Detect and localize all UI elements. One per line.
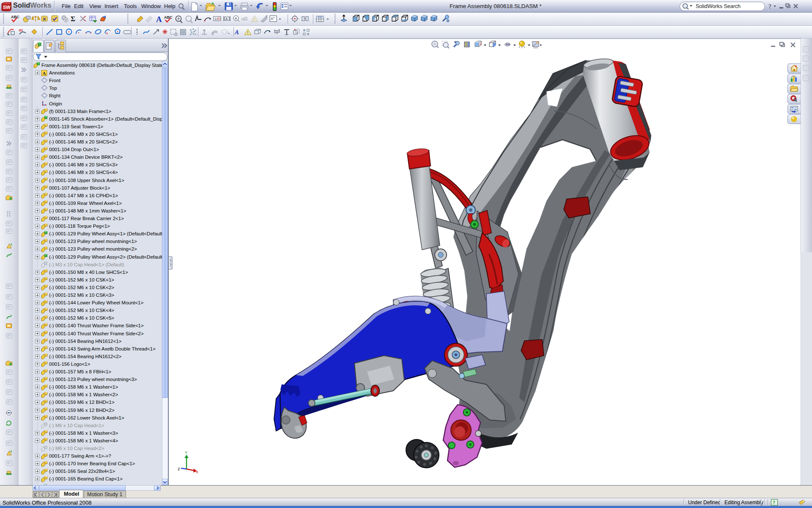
svg-text:ABC: ABC — [11, 15, 19, 19]
svg-text:?: ? — [768, 3, 771, 10]
svg-text:A: A — [43, 71, 46, 76]
svg-text:?: ? — [773, 500, 775, 505]
svg-text:!: ! — [254, 17, 255, 22]
svg-text:ABC: ABC — [164, 15, 173, 19]
svg-text:A: A — [234, 29, 239, 36]
svg-text:SW: SW — [3, 5, 11, 10]
svg-text:Σ: Σ — [71, 15, 75, 23]
svg-text:A: A — [235, 17, 237, 20]
svg-text:uΩ: uΩ — [241, 16, 247, 21]
svg-text:Z: Z — [178, 467, 180, 471]
svg-text:A: A — [156, 15, 162, 24]
svg-text:Y: Y — [185, 450, 187, 455]
svg-text:10: 10 — [214, 17, 218, 21]
svg-text:!: ! — [247, 30, 249, 35]
svg-text:A: A — [225, 17, 228, 21]
svg-text:A°: A° — [271, 17, 275, 21]
svg-text:X: X — [196, 470, 198, 474]
